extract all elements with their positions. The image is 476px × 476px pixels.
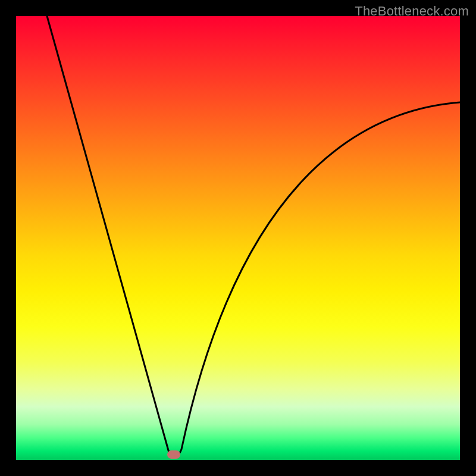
minimum-marker: [167, 450, 180, 459]
watermark-text: TheBottleneck.com: [355, 4, 469, 19]
chart-area: [16, 16, 460, 460]
bottleneck-curve: [16, 16, 460, 460]
